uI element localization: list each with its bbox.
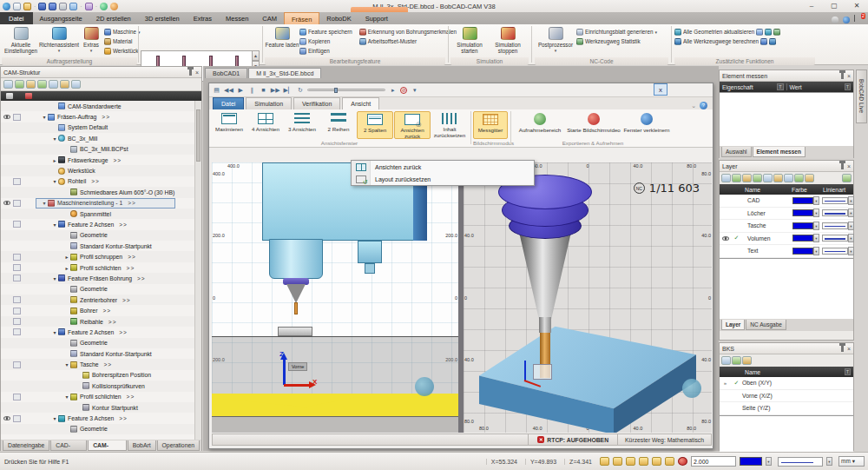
ribbon-tab[interactable]: Messen xyxy=(219,12,255,24)
pin-icon[interactable] xyxy=(841,163,844,169)
aufnahmebereich-button[interactable]: Aufnahmebereich xyxy=(515,111,565,139)
aktuelle-einstellungen-button[interactable]: Aktuelle Einstellungen xyxy=(2,26,40,54)
expand-arrow[interactable]: ▸ xyxy=(63,265,70,271)
state-gutter[interactable] xyxy=(13,114,25,121)
feature-speichern-button[interactable]: Feature speichern xyxy=(299,28,352,36)
step-back-icon[interactable]: ◀◀ xyxy=(224,87,233,94)
tree-row[interactable]: Reibahle >> xyxy=(1,316,201,327)
tree-row[interactable]: ▾ Feature Fräsen Bohrung >> xyxy=(1,273,201,283)
extra-icon-1[interactable] xyxy=(756,29,763,36)
bohrungsmerkmale-button[interactable]: Erkennung von Bohrungsmerkmalen xyxy=(359,28,457,36)
layer-linestyle[interactable] xyxy=(822,222,848,229)
tree-item-more[interactable]: >> xyxy=(119,329,128,335)
speed-slider[interactable] xyxy=(307,89,385,91)
layer-tool-icon-2[interactable] xyxy=(732,174,741,182)
expand-arrow[interactable]: ▾ xyxy=(51,222,58,228)
tree-row[interactable]: ▸ Profil schruppen >> xyxy=(1,251,201,261)
tree-row[interactable]: ▾ Feature 2 Achsen >> xyxy=(1,219,201,229)
left-panel-tab[interactable]: CAM-Struktur xyxy=(88,440,127,451)
snap-icon-2[interactable] xyxy=(613,457,622,466)
snap-icon-5[interactable] xyxy=(652,457,661,466)
state-gutter[interactable] xyxy=(13,415,25,422)
kopieren-button[interactable]: Kopieren xyxy=(299,37,352,46)
unit-dropdown[interactable]: mm ▾ xyxy=(838,456,865,467)
einfuegen-button[interactable]: Einfügen xyxy=(299,47,352,56)
layer-linestyle[interactable] xyxy=(822,235,848,242)
state-gutter[interactable] xyxy=(13,264,25,271)
tree-row[interactable]: Kollisionsprüfkurven xyxy=(1,381,201,391)
tree-row[interactable]: ▾ BC_3x_Mill xyxy=(1,133,201,143)
panel-tab[interactable]: Layer xyxy=(721,320,745,330)
layer-tool-icon-5[interactable] xyxy=(763,174,773,182)
tree-row[interactable]: ▾ Feature 3 Achsen >> xyxy=(1,413,201,423)
tree-row[interactable]: Zentrierbohrer >> xyxy=(1,295,201,305)
tree-row[interactable]: ▾ Rohteil >> xyxy=(1,176,201,187)
layer-color-swatch[interactable] xyxy=(792,197,813,204)
layer-row[interactable]: CAD ▾ ▾ xyxy=(720,195,853,208)
sim-tab[interactable]: Verifikation xyxy=(293,97,340,109)
extra-icon-5[interactable] xyxy=(769,38,776,45)
snap-icon-1[interactable] xyxy=(600,457,609,466)
extra-icon-3[interactable] xyxy=(773,29,780,36)
expand-arrow[interactable]: ▾ xyxy=(41,200,48,206)
bks-row[interactable]: Vorne (X/Z) xyxy=(720,390,853,403)
tree-item-more[interactable]: >> xyxy=(119,222,128,228)
fast-forward-icon[interactable]: ▶▶ xyxy=(271,87,280,94)
sim-tab[interactable]: Simulation xyxy=(246,97,292,109)
more-icon[interactable]: ▾ xyxy=(411,87,418,94)
color-dropdown-arrow[interactable]: ▾ xyxy=(813,247,819,255)
tree-row[interactable]: Spannmittel xyxy=(1,209,201,219)
inhalt-zuruecksetzen-button[interactable]: Inhalt zurücksetzen xyxy=(431,111,468,139)
state-gutter[interactable] xyxy=(13,394,25,400)
tree-row[interactable]: Werkstück xyxy=(1,165,201,175)
postprozessor-button[interactable]: Postprozessor▾ xyxy=(535,26,576,54)
ansichten-zurueck-button[interactable]: Ansichten zurück xyxy=(394,111,431,139)
left-panel-tab[interactable]: BobArt xyxy=(128,440,156,451)
bks-tool-icon-3[interactable] xyxy=(742,356,752,365)
layer-linestyle[interactable] xyxy=(822,248,848,255)
material-button[interactable]: Material xyxy=(104,37,140,46)
left-panel-tab[interactable]: Dateneingabe xyxy=(3,440,49,451)
zwei-reihen-button[interactable]: 2 Reihen xyxy=(320,111,357,139)
state-gutter[interactable] xyxy=(13,296,25,303)
panel-tab[interactable]: Element messen xyxy=(753,147,806,157)
messgitter-button[interactable]: Messgitter xyxy=(473,111,508,139)
stop-icon[interactable]: ■ xyxy=(260,87,267,93)
skip-end-icon[interactable]: ▶▏ xyxy=(284,87,293,94)
layer-row[interactable]: Text ▾ ▾ xyxy=(720,245,853,258)
layer-linestyle[interactable] xyxy=(822,197,848,204)
layer-color-swatch[interactable] xyxy=(792,209,813,216)
state-gutter[interactable] xyxy=(13,275,25,281)
ribbon-tab[interactable]: Ausgangsseite xyxy=(33,12,89,24)
einrichtungsblatt-button[interactable]: Einrichtungsblatt generieren▾ xyxy=(576,28,657,36)
tree-item-more[interactable]: >> xyxy=(108,319,117,325)
linestyle-dropdown-arrow[interactable]: ▾ xyxy=(848,222,854,230)
tree-tool-icon-5[interactable] xyxy=(49,80,58,89)
sim-pin-icon[interactable]: ⌄ xyxy=(691,103,696,109)
help-question-icon[interactable] xyxy=(678,457,687,466)
ribbon-tab[interactable]: RoboDK xyxy=(319,12,358,24)
visibility-gutter[interactable] xyxy=(1,201,13,205)
state-gutter[interactable] xyxy=(13,254,25,261)
snap-icon-3[interactable] xyxy=(626,457,635,466)
color-dropdown-arrow[interactable]: ▾ xyxy=(813,222,819,230)
color-dropdown-arrow[interactable]: ▾ xyxy=(813,234,819,242)
geometrien-aktualisieren-button[interactable]: Alle Geometrien aktualisieren xyxy=(674,28,780,36)
tree-row[interactable]: ▾ Tasche >> xyxy=(1,359,201,369)
layer-color-swatch[interactable] xyxy=(792,235,813,242)
tree-item-more[interactable]: >> xyxy=(91,178,100,184)
expand-arrow[interactable]: ▾ xyxy=(51,329,58,335)
pin-icon[interactable] xyxy=(189,70,192,76)
feature-laden-button[interactable]: Feature laden xyxy=(265,26,299,48)
close-panel-icon[interactable]: × xyxy=(195,70,199,76)
maschine-button[interactable]: Maschine▾ xyxy=(104,28,140,36)
fenster-verkleinern-button[interactable]: Fenster verkleinern xyxy=(622,111,671,139)
layer-linestyle[interactable] xyxy=(822,209,848,216)
state-gutter[interactable] xyxy=(13,361,25,368)
bks-tool-icon-2[interactable] xyxy=(732,356,741,365)
tree-row[interactable]: ▸ Profil schlichten >> xyxy=(1,262,201,273)
drei-ansichten-button[interactable]: 3 Ansichten xyxy=(284,111,320,139)
tree-item-more[interactable]: >> xyxy=(104,361,113,367)
bks-tool-icon-1[interactable] xyxy=(721,356,731,365)
front-viewport[interactable]: 400.0200.00200.0400.0 400.0200.00200.040… xyxy=(212,162,458,433)
